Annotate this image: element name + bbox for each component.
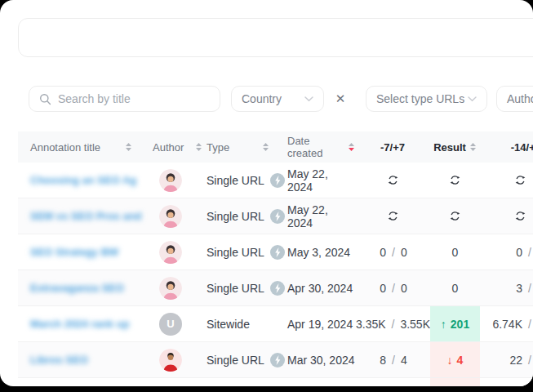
minus14-plus14-cell: 6.74K/6 — [480, 306, 533, 341]
table-row[interactable]: SEO Strategy BW Single URL May 3, 2024 0… — [18, 234, 533, 270]
table-row[interactable]: March 2024 rank up U Sitewide Apr 19, 20… — [18, 306, 533, 342]
result-cell: 0 — [430, 270, 480, 305]
annotation-title-link[interactable]: SEM vs SEO Pros and — [30, 210, 142, 222]
annotation-title-cell: Choosing an SEO Ag — [18, 163, 153, 198]
refresh-icon[interactable] — [514, 174, 526, 186]
annotation-title-cell: SEO Strategy BW — [18, 234, 153, 270]
result-value: 4 — [457, 354, 464, 367]
column-header-date-created[interactable]: Date created — [287, 131, 355, 163]
date-created-cell: Apr 30, 2024 — [287, 270, 355, 305]
refresh-icon[interactable] — [514, 210, 526, 222]
type-label: Single URL — [207, 174, 264, 187]
column-header-minus14-plus14: -14/+14 — [480, 131, 533, 163]
man-avatar — [159, 349, 182, 372]
type-label: Single URL — [207, 282, 264, 295]
type-cell: Sitewide — [207, 306, 287, 341]
author-cell — [153, 163, 207, 198]
lightning-icon — [270, 353, 285, 368]
refresh-icon[interactable] — [387, 210, 399, 222]
annotation-title-link[interactable]: SEO Strategy BW — [30, 246, 118, 258]
annotation-title-link[interactable]: Extravaganza SEO — [30, 282, 124, 294]
annotation-title-link[interactable]: March 2024 rank up — [30, 318, 129, 330]
type-cell: Single URL — [207, 270, 287, 305]
minus7-plus7-cell — [355, 198, 430, 234]
minus7-plus7-cell: 8/4 — [355, 342, 430, 377]
result-cell: ↓4 — [430, 342, 480, 377]
sort-icon[interactable] — [262, 142, 269, 152]
sort-icon[interactable] — [125, 142, 132, 152]
letter-avatar: U — [159, 313, 182, 336]
column-header-annotation-title[interactable]: Annotation title — [18, 131, 153, 163]
lightning-icon — [270, 173, 285, 188]
lightning-icon — [270, 281, 285, 296]
search-input[interactable] — [58, 92, 210, 105]
country-select[interactable]: Country — [231, 86, 324, 112]
column-header-result[interactable]: Result — [430, 131, 480, 163]
chevron-down-icon — [304, 96, 313, 102]
woman-avatar — [159, 205, 182, 228]
country-select-label: Country — [242, 92, 282, 105]
type-label: Single URL — [207, 246, 264, 259]
woman-avatar — [159, 277, 182, 300]
arrow-up-icon: ↑ — [441, 318, 446, 331]
arrow-down-icon: ↓ — [447, 354, 453, 367]
type-label: Single URL — [207, 354, 264, 367]
date-created-cell: Mar 30, 2024 — [287, 342, 355, 377]
minus7-plus7-cell — [355, 163, 430, 198]
refresh-icon[interactable] — [449, 174, 461, 186]
sort-icon-active-desc[interactable] — [348, 142, 355, 152]
table-row-partial — [18, 378, 533, 386]
annotations-table: Annotation title Author Type Date create… — [18, 131, 533, 386]
author-select[interactable]: Author — [496, 86, 533, 112]
date-created-cell: May 3, 2024 — [287, 234, 355, 270]
clear-filter-button[interactable]: ✕ — [331, 91, 350, 106]
column-label: Result — [433, 141, 466, 154]
minus14-plus14-cell — [480, 198, 533, 234]
sort-icon[interactable] — [469, 142, 477, 152]
search-by-title-field[interactable] — [29, 86, 220, 112]
type-cell: Single URL — [207, 198, 287, 234]
author-cell — [153, 234, 207, 270]
minus14-plus14-cell — [480, 163, 533, 198]
type-urls-select-label: Select type URLs — [376, 92, 464, 105]
annotation-title-link[interactable]: Choosing an SEO Ag — [30, 174, 136, 186]
table-row[interactable]: Extravaganza SEO Single URL Apr 30, 2024… — [18, 270, 533, 306]
woman-avatar — [159, 169, 182, 192]
chevron-down-icon — [468, 96, 477, 102]
column-header-type[interactable]: Type — [207, 131, 287, 163]
minus7-plus7-cell: 0/0 — [355, 234, 430, 270]
annotation-title-cell: Extravaganza SEO — [18, 270, 153, 305]
column-label: Annotation title — [30, 141, 100, 154]
refresh-icon[interactable] — [387, 174, 399, 186]
column-header-minus7-plus7: -7/+7 — [355, 131, 430, 163]
search-icon — [39, 93, 51, 105]
column-label: Date created — [287, 135, 343, 159]
type-cell: Single URL — [207, 342, 287, 377]
table-row[interactable]: Choosing an SEO Ag Single URL May 22, 20… — [18, 163, 533, 198]
annotation-title-link[interactable]: Libros SEO — [30, 354, 88, 366]
column-label: Type — [207, 141, 229, 154]
sort-icon[interactable] — [195, 142, 202, 152]
result-cell — [430, 198, 480, 234]
result-value: 201 — [451, 318, 469, 331]
refresh-icon[interactable] — [449, 210, 461, 222]
type-label: Sitewide — [207, 318, 250, 331]
column-header-author[interactable]: Author — [153, 131, 207, 163]
type-urls-select[interactable]: Select type URLs — [366, 86, 487, 112]
minus14-plus14-cell: 3/ — [480, 270, 533, 305]
minus7-plus7-cell: 3.35K/3.55K — [355, 306, 430, 341]
author-cell — [153, 198, 207, 234]
table-row[interactable]: SEM vs SEO Pros and Single URL May 22, 2… — [18, 198, 533, 234]
filter-bar: Country ✕ Select type URLs Author — [29, 86, 533, 112]
date-created-cell: May 22, 2024 — [287, 198, 355, 234]
woman-avatar — [159, 241, 182, 264]
annotation-title-cell: SEM vs SEO Pros and — [18, 198, 153, 234]
minus14-plus14-cell: 22/ — [480, 342, 533, 377]
lightning-icon — [270, 245, 285, 260]
column-label: -7/+7 — [380, 141, 405, 154]
minus7-plus7-cell: 0/0 — [355, 270, 430, 305]
table-row[interactable]: Libros SEO Single URL Mar 30, 2024 8/4 ↓… — [18, 342, 533, 378]
type-label: Single URL — [207, 210, 264, 223]
lightning-icon — [270, 209, 285, 224]
type-cell: Single URL — [207, 234, 287, 270]
